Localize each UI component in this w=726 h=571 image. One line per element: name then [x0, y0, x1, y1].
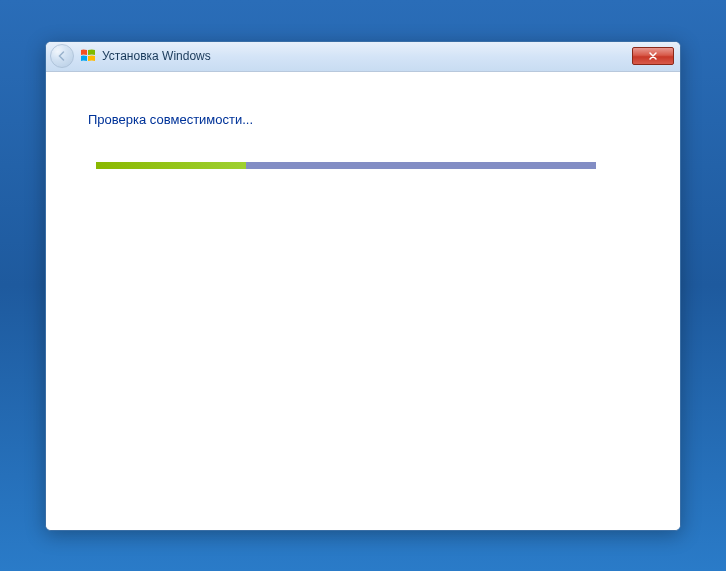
content-area: Проверка совместимости...: [46, 72, 680, 530]
windows-logo-icon: [80, 48, 96, 64]
back-button[interactable]: [50, 44, 74, 68]
status-text: Проверка совместимости...: [88, 112, 630, 127]
back-arrow-icon: [56, 50, 68, 62]
progress-fill: [96, 162, 246, 169]
progress-bar: [96, 162, 596, 169]
installer-window: Установка Windows Проверка совместимости…: [45, 41, 681, 531]
window-title: Установка Windows: [102, 49, 632, 63]
close-icon: [648, 51, 658, 61]
titlebar: Установка Windows: [46, 42, 680, 72]
close-button[interactable]: [632, 47, 674, 65]
